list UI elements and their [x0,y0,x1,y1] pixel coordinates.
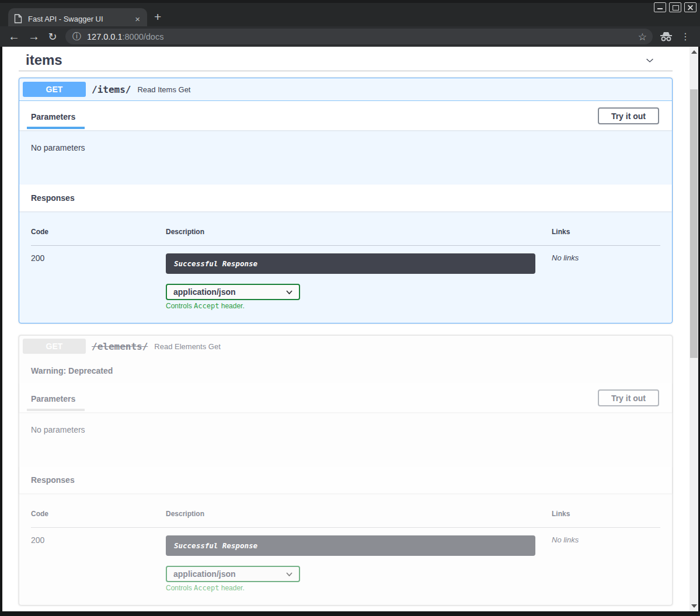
parameters-tab[interactable]: Parameters [31,110,75,121]
response-row: 200 Successful Response application/json… [31,246,660,310]
opblock-get-elements-deprecated: GET /elements/ Read Elements Get Warning… [19,335,673,605]
url-text: 127.0.0.1:8000/docs [87,32,163,41]
no-parameters-text: No parameters [31,143,85,152]
accept-note-suffix: header. [221,584,245,592]
col-description-header: Description [166,228,552,236]
opblock-summary[interactable]: GET /items/ Read Items Get [19,78,672,101]
url-host: 127.0.0.1 [87,32,122,41]
col-code-header: Code [31,228,166,236]
select-chevron-icon [286,290,292,294]
response-code: 200 [31,253,166,310]
try-it-out-button[interactable]: Try it out [598,107,659,124]
opblock-get-items: GET /items/ Read Items Get Parameters Tr… [19,78,673,323]
accept-note-prefix: Controls [166,302,192,310]
page-favicon-icon [14,14,22,23]
media-type-value: application/json [173,287,236,297]
try-it-out-button[interactable]: Try it out [598,389,659,406]
response-row: 200 Successful Response application/json… [31,528,660,592]
window-close-button[interactable] [684,2,696,12]
tag-section-header[interactable]: items [19,47,673,71]
tab-title: Fast API - Swagger UI [28,15,134,23]
page-scrollbar[interactable] [689,47,698,611]
endpoint-path: /items/ [92,84,131,95]
parameters-body: No parameters [19,412,672,467]
accept-note-code: Accept [194,584,219,592]
parameters-tab[interactable]: Parameters [31,392,75,403]
select-chevron-icon [286,572,292,576]
address-bar[interactable]: ⓘ 127.0.0.1:8000/docs ☆ [65,29,653,44]
swagger-page: items GET /items/ Read Items Get Paramet… [2,47,698,611]
responses-table-head: Code Description Links [31,505,660,528]
response-description: Successful Response [166,253,535,274]
reload-button[interactable]: ↻ [44,26,61,47]
incognito-icon [659,31,674,42]
scrollbar-thumb[interactable] [690,89,698,358]
window-maximize-button[interactable] [669,2,681,12]
response-description-cell: Successful Response application/json Con… [166,535,552,592]
response-code: 200 [31,535,166,592]
browser-titlebar: Fast API - Swagger UI × + [0,0,700,26]
media-type-value: application/json [173,569,236,579]
responses-table: Code Description Links 200 Successful Re… [19,493,672,605]
forward-button[interactable]: → [26,26,42,47]
accept-header-note: Controls Accept header. [166,302,552,310]
browser-menu-icon[interactable]: ⋮ [681,31,690,42]
responses-title: Responses [31,193,75,203]
response-description-cell: Successful Response application/json Con… [166,253,552,310]
responses-title: Responses [31,475,75,485]
media-type-row: application/json Controls Accept header. [166,566,552,592]
opblock-summary[interactable]: GET /elements/ Read Elements Get [19,336,672,357]
accept-header-note: Controls Accept header. [166,584,552,592]
col-links-header: Links [552,228,661,236]
tag-title: items [26,50,62,68]
media-type-row: application/json Controls Accept header. [166,284,552,310]
method-badge: GET [23,82,86,97]
accept-note-prefix: Controls [166,584,192,592]
response-links: No links [552,253,661,310]
endpoint-summary: Read Items Get [137,85,190,94]
browser-toolbar: ← → ↻ ⓘ 127.0.0.1:8000/docs ☆ ⋮ [0,26,700,47]
accept-note-code: Accept [194,302,219,310]
deprecated-warning: Warning: Deprecated [19,357,672,383]
responses-header: Responses [19,467,672,493]
response-description: Successful Response [166,535,535,556]
col-code-header: Code [31,510,166,518]
parameters-header: Parameters Try it out [19,383,672,412]
url-path: :8000/docs [122,32,163,41]
endpoint-summary: Read Elements Get [154,342,220,351]
media-type-select[interactable]: application/json [166,284,300,300]
bookmark-star-icon[interactable]: ☆ [638,31,647,43]
parameters-body: No parameters [19,130,672,185]
tab-close-icon[interactable]: × [134,15,141,23]
accept-note-suffix: header. [221,302,245,310]
responses-header: Responses [19,185,672,211]
scrollbar-down-arrow-icon[interactable] [691,604,697,608]
site-info-icon[interactable]: ⓘ [72,31,81,42]
window-minimize-button[interactable] [654,2,666,12]
back-button[interactable]: ← [6,26,22,47]
endpoint-path: /elements/ [92,341,148,352]
col-description-header: Description [166,510,552,518]
no-parameters-text: No parameters [31,425,85,434]
responses-table-head: Code Description Links [31,223,660,246]
parameters-header: Parameters Try it out [19,101,672,130]
responses-table: Code Description Links 200 Successful Re… [19,211,672,323]
window-controls [654,2,696,12]
col-links-header: Links [552,510,661,518]
method-badge: GET [23,339,86,354]
scrollbar-up-arrow-icon[interactable] [691,50,697,54]
chevron-down-icon[interactable] [643,55,657,62]
response-links: No links [552,535,661,592]
new-tab-button[interactable]: + [154,10,161,24]
media-type-select[interactable]: application/json [166,566,300,582]
